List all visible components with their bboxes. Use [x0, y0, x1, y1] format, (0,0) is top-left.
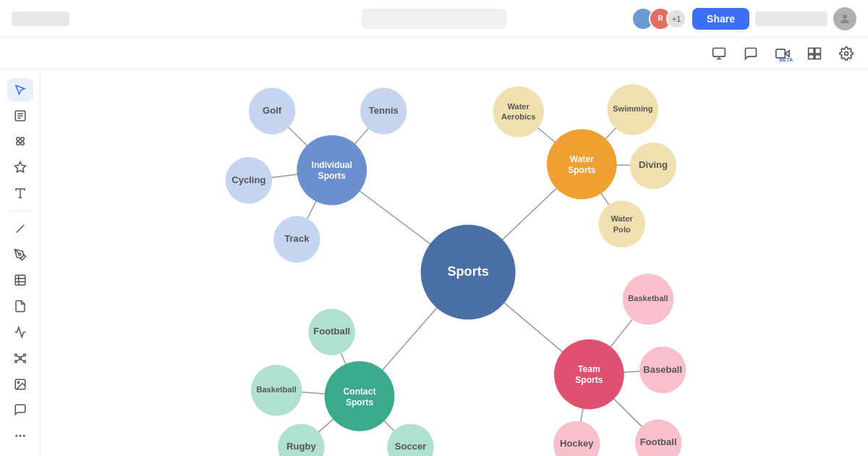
node-water-sports[interactable] — [547, 130, 617, 200]
sidebar-item-cursor[interactable] — [7, 78, 33, 101]
svg-rect-5 — [809, 54, 814, 59]
svg-point-26 — [14, 360, 17, 363]
svg-point-7 — [845, 51, 848, 55]
node-sports[interactable] — [421, 225, 516, 320]
svg-point-0 — [843, 14, 847, 19]
node-basketball-c[interactable] — [251, 365, 302, 416]
node-cycling[interactable] — [226, 157, 272, 203]
avatar-group: R +1 — [631, 7, 686, 30]
node-football-t[interactable] — [635, 420, 681, 456]
topbar: R +1 Share — [0, 0, 868, 38]
sidebar-item-network[interactable] — [7, 347, 33, 370]
svg-rect-6 — [815, 54, 821, 59]
node-tennis[interactable] — [360, 88, 407, 134]
svg-marker-16 — [14, 162, 25, 172]
svg-point-14 — [16, 142, 20, 145]
sidebar-item-chart[interactable] — [7, 321, 33, 344]
monitor-icon[interactable] — [709, 43, 729, 64]
node-team-sports[interactable] — [554, 339, 624, 410]
beta-badge: BETA — [779, 57, 793, 62]
svg-point-34 — [20, 435, 21, 436]
svg-rect-1 — [713, 48, 726, 56]
svg-line-28 — [17, 355, 20, 357]
svg-point-12 — [16, 138, 20, 141]
sidebar-item-line[interactable] — [7, 217, 33, 240]
title-placeholder — [12, 12, 69, 26]
svg-point-24 — [14, 354, 17, 356]
svg-line-29 — [20, 355, 24, 357]
message-icon[interactable] — [741, 43, 761, 64]
node-soccer[interactable] — [387, 424, 433, 456]
mindmap-svg: Sports Individual Sports Water Sports Co… — [41, 69, 868, 456]
svg-point-27 — [23, 360, 25, 363]
node-water-aerobics[interactable] — [493, 86, 544, 138]
node-hockey[interactable] — [553, 421, 600, 456]
node-football-c[interactable] — [308, 308, 354, 355]
sidebar-item-image[interactable] — [7, 373, 33, 396]
svg-point-25 — [23, 354, 25, 356]
svg-line-31 — [20, 359, 24, 360]
topbar-search-right[interactable] — [755, 12, 827, 26]
node-golf[interactable] — [249, 88, 295, 134]
node-track[interactable] — [273, 216, 320, 263]
toolbar2: BETA — [0, 38, 868, 69]
node-basketball-t[interactable] — [623, 274, 674, 325]
node-water-polo[interactable] — [598, 200, 644, 247]
user-avatar[interactable] — [833, 7, 856, 30]
node-swimming[interactable] — [608, 84, 659, 135]
sidebar-item-document[interactable] — [7, 104, 33, 127]
settings-icon[interactable] — [836, 43, 856, 64]
sidebar-item-favorites[interactable] — [7, 156, 33, 179]
svg-point-23 — [19, 357, 21, 359]
avatar-count: +1 — [666, 9, 686, 29]
sidebar-divider — [10, 211, 30, 211]
sidebar-item-pen[interactable] — [7, 243, 33, 266]
sidebar-item-text[interactable] — [7, 182, 33, 205]
node-baseball[interactable] — [639, 347, 686, 393]
svg-point-35 — [16, 435, 17, 436]
node-diving[interactable] — [630, 143, 676, 189]
node-contact-sports[interactable] — [325, 361, 395, 431]
sidebar-item-sticky-note[interactable] — [7, 295, 33, 318]
sidebar — [0, 69, 41, 456]
node-individual-sports[interactable] — [297, 135, 367, 206]
svg-point-18 — [18, 253, 20, 255]
svg-rect-3 — [809, 48, 814, 54]
svg-rect-4 — [815, 48, 821, 54]
search-bar[interactable] — [362, 9, 506, 29]
layout-icon[interactable] — [804, 43, 825, 64]
topbar-right: R +1 Share — [631, 7, 856, 30]
canvas[interactable]: Sports Individual Sports Water Sports Co… — [41, 69, 868, 456]
video-icon[interactable]: BETA — [773, 43, 793, 64]
svg-point-15 — [20, 142, 24, 145]
sidebar-item-components[interactable] — [7, 130, 33, 153]
sidebar-item-table[interactable] — [7, 269, 33, 292]
svg-line-17 — [16, 225, 24, 233]
svg-point-36 — [23, 435, 25, 436]
svg-point-13 — [20, 138, 24, 141]
sidebar-item-chat[interactable] — [7, 398, 33, 421]
node-rugby[interactable] — [278, 424, 324, 456]
svg-line-30 — [17, 359, 20, 360]
share-button[interactable]: Share — [692, 8, 749, 30]
sidebar-item-more[interactable] — [7, 424, 33, 447]
svg-point-33 — [17, 381, 19, 383]
svg-rect-19 — [15, 276, 25, 286]
main-area: Sports Individual Sports Water Sports Co… — [0, 69, 868, 456]
